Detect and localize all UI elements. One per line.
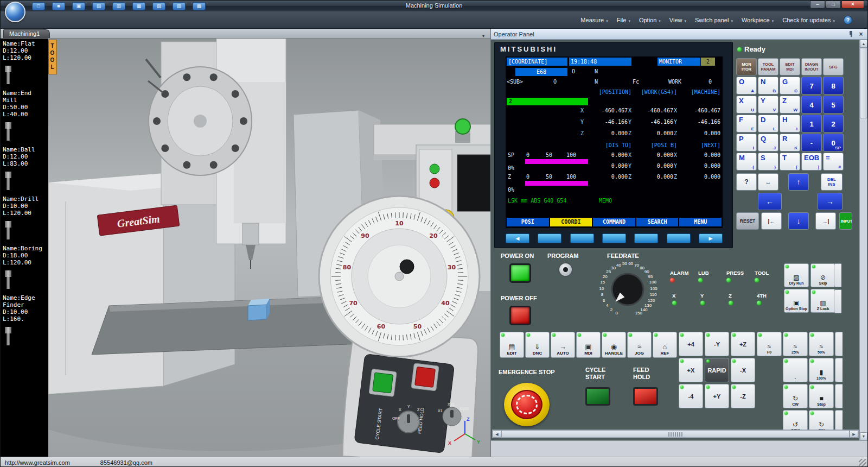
keypad-key[interactable]: PI xyxy=(736,134,757,152)
horizontal-scrollbar-thumb[interactable] xyxy=(501,430,850,438)
cycle-start-button[interactable] xyxy=(585,387,610,406)
workpiece-cube[interactable] xyxy=(248,299,270,320)
handwheel-knob[interactable] xyxy=(400,260,414,274)
keypad-key[interactable]: GC xyxy=(780,77,800,94)
menu-item[interactable]: Switch panel xyxy=(691,15,737,25)
emergency-stop-button[interactable] xyxy=(504,383,550,426)
softkey-button[interactable] xyxy=(667,234,691,243)
softkey-button[interactable] xyxy=(602,234,626,243)
tool-list-item[interactable]: Name:Ball D:12.00 L:83.00 xyxy=(3,146,48,190)
keypad-key[interactable]: EOB] xyxy=(801,153,822,171)
feed-hold-button[interactable] xyxy=(633,387,658,406)
scroll-down-arrow-icon[interactable] xyxy=(860,432,867,440)
clipped-key[interactable] xyxy=(834,263,841,287)
keypad-key[interactable]: T[ xyxy=(780,153,800,171)
maximize-button[interactable] xyxy=(826,1,841,9)
delete-insert-key[interactable]: DELINS xyxy=(821,173,843,191)
keypad-key[interactable]: OA xyxy=(736,77,757,94)
vertical-scrollbar-thumb[interactable] xyxy=(860,48,867,118)
keypad-key[interactable]: -. xyxy=(801,134,822,152)
scroll-left-arrow-icon[interactable] xyxy=(493,430,501,438)
jog-key[interactable]: -4 xyxy=(679,384,703,408)
override-key[interactable]: ■ Stop xyxy=(809,384,834,408)
keypad-key[interactable]: =# xyxy=(823,153,844,171)
power-on-button[interactable] xyxy=(509,263,531,283)
override-key[interactable]: ≈ F0 xyxy=(757,332,782,356)
cursor-right-key[interactable]: → xyxy=(818,193,843,210)
tool-list-item[interactable]: Name:End Mill D:50.00 L:40.00 xyxy=(3,90,48,141)
input-key[interactable]: INPUT xyxy=(839,212,852,230)
cabinet-red-button[interactable] xyxy=(430,178,439,188)
tool-panel-tab[interactable]: TOOL xyxy=(48,40,57,74)
reset-key[interactable]: RESET xyxy=(736,212,759,230)
tab-dropdown-icon[interactable] xyxy=(480,30,487,37)
softkey-button[interactable] xyxy=(570,234,594,243)
keypad-key[interactable]: S) xyxy=(758,153,778,171)
override-key[interactable]: ↻ CW xyxy=(783,384,808,408)
jog-key[interactable]: -X xyxy=(731,358,755,382)
keypad-key[interactable]: RK xyxy=(780,134,800,152)
toolbar-icon[interactable]: ▣ xyxy=(72,2,85,10)
mode-key[interactable]: ▤ EDIT xyxy=(500,332,524,358)
cursor-left-key[interactable]: ← xyxy=(758,193,782,210)
keypad-key[interactable]: NB xyxy=(758,77,778,94)
toolbar-icon[interactable]: ▤ xyxy=(92,2,105,10)
keypad-key[interactable]: XU xyxy=(736,96,757,113)
horizontal-scrollbar[interactable] xyxy=(492,430,859,438)
keypad-key[interactable]: FE xyxy=(736,115,757,132)
mode-key[interactable]: → AUTO xyxy=(551,332,575,358)
tool-list-item[interactable]: Name:Drill D:10.00 L:120.00 xyxy=(3,195,48,239)
window-titlebar[interactable]: □■▣▤▥▦▧▨▩ Machining Simulation xyxy=(1,1,867,11)
toolbar-icon[interactable]: ■ xyxy=(52,2,65,10)
mode-key[interactable]: ◉ HANDLE xyxy=(602,332,626,358)
feedrate-dial[interactable]: 0246810152025304050607080909510010511012… xyxy=(596,258,659,321)
toolbar-icon[interactable]: □ xyxy=(32,2,45,10)
help-key[interactable]: ? xyxy=(736,173,757,191)
crt-menu-tab[interactable]: COORDI xyxy=(550,218,592,226)
menu-item[interactable]: File xyxy=(612,15,635,25)
keypad-key[interactable]: 8 xyxy=(823,77,844,94)
override-key[interactable]: ≈ 50% xyxy=(809,332,834,356)
crt-menu-tab[interactable]: COMMAND xyxy=(593,218,635,226)
pin-icon[interactable] xyxy=(847,30,854,37)
resize-grip[interactable] xyxy=(859,459,866,466)
program-key-switch[interactable] xyxy=(558,262,573,277)
tab-right-key[interactable]: →| xyxy=(815,212,836,230)
function-select-key[interactable]: DIAGNIN/OUT xyxy=(801,58,822,75)
tool-list-item[interactable]: Name:Edge Finder D:10.00 L:160. xyxy=(3,294,48,345)
tab-left-key[interactable]: |← xyxy=(761,212,782,230)
jog-key[interactable]: +4 xyxy=(679,332,703,356)
menu-item[interactable]: Workpiece xyxy=(737,15,778,25)
jog-key[interactable]: +Y xyxy=(705,384,729,408)
menu-item[interactable]: Measure xyxy=(576,15,612,25)
clipped-key[interactable] xyxy=(835,358,843,382)
mode-key[interactable]: ▣ MDI xyxy=(576,332,601,358)
toolbar-icon[interactable]: ▥ xyxy=(112,2,125,10)
jog-key[interactable]: RAPID xyxy=(705,358,729,382)
keypad-key[interactable]: 1 xyxy=(801,115,822,132)
softkey-button[interactable]: ▶ xyxy=(699,234,723,243)
scroll-right-arrow-icon[interactable] xyxy=(850,430,858,438)
keypad-key[interactable]: ZW xyxy=(780,96,800,113)
keypad-key[interactable]: M( xyxy=(736,153,757,171)
status-url[interactable]: http://www.greatsim.com xyxy=(5,459,70,466)
pendant-cycle-start-button[interactable] xyxy=(373,373,393,393)
app-logo-orb[interactable] xyxy=(5,2,25,22)
function-select-key[interactable]: MONITOR xyxy=(736,58,757,75)
softkey-button[interactable]: ◀ xyxy=(506,234,529,243)
clipped-key[interactable] xyxy=(835,332,843,356)
toolbar-icon[interactable]: ▨ xyxy=(173,2,186,10)
softkey-button[interactable] xyxy=(634,234,658,243)
option-key[interactable]: ⊘ Skip xyxy=(810,263,835,287)
option-key[interactable]: ▥ Z Lock xyxy=(810,289,835,313)
vertical-scrollbar[interactable] xyxy=(859,40,867,440)
keypad-key[interactable]: QJ xyxy=(758,134,778,152)
mode-key[interactable]: ⌂ REF xyxy=(653,332,677,358)
keypad-key[interactable]: 0SP xyxy=(823,134,844,152)
toolbar-icon[interactable]: ▧ xyxy=(152,2,165,10)
function-select-key[interactable]: TOOLPARAM xyxy=(758,58,778,75)
crt-menu-tab[interactable]: POSI xyxy=(507,218,549,226)
shift-key[interactable]: ↔ xyxy=(758,173,778,191)
help-icon[interactable]: ? xyxy=(844,16,852,24)
jog-key[interactable]: +Z xyxy=(731,332,755,356)
